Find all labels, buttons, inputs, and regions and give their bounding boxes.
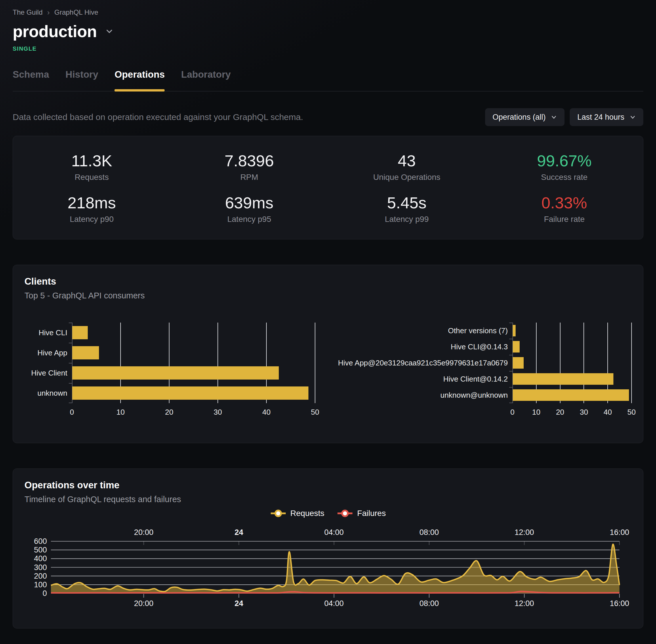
x-axis-tick-label: 40 — [262, 408, 271, 417]
stat-value: 218ms — [13, 194, 171, 212]
operations-filter-dropdown[interactable]: Operations (all) — [485, 108, 565, 126]
legend-requests[interactable]: Requests — [270, 509, 324, 518]
clients-subtitle: Top 5 - GraphQL API consumers — [24, 290, 632, 301]
timeline-legend: RequestsFailures — [24, 508, 632, 518]
stat-value: 639ms — [171, 194, 328, 212]
x-axis-tick-label: 40 — [604, 408, 612, 417]
x-axis-tick-label: 20 — [556, 408, 564, 417]
period-filter-dropdown[interactable]: Last 24 hours — [570, 108, 643, 126]
x-axis-bottom-label: 16:00 — [610, 599, 629, 608]
x-axis-tick-label: 10 — [117, 408, 125, 417]
stat-tile: 0.33%Failure rate — [486, 194, 643, 224]
tab-schema[interactable]: Schema — [13, 69, 49, 91]
axis-tick — [509, 339, 512, 339]
bar-category-label: Hive CLI@0.14.3 — [334, 339, 512, 355]
x-axis-top-label: 16:00 — [610, 528, 629, 537]
stat-tile: 5.45sLatency p99 — [328, 194, 486, 224]
tab-operations[interactable]: Operations — [115, 69, 165, 91]
bar-category-label: Hive App@20e3129caa921c35e9979631e17a067… — [334, 355, 512, 371]
bar-hive-client — [72, 366, 279, 380]
stat-tile: 11.3KRequests — [13, 152, 171, 182]
y-axis-tick-label: 600 — [34, 537, 47, 546]
stat-label: Latency p90 — [13, 215, 171, 224]
y-axis-tick-label: 400 — [34, 554, 47, 563]
bar-unknown — [72, 387, 308, 400]
x-axis-top-label: 24 — [234, 528, 243, 537]
stats-card: 11.3KRequests7.8396RPM43Unique Operation… — [13, 136, 643, 239]
tab-history[interactable]: History — [66, 69, 98, 91]
legend-label: Failures — [357, 509, 386, 518]
bar-hive-client-0-14-2 — [513, 373, 613, 385]
breadcrumb-separator-icon: › — [47, 9, 50, 16]
x-axis-tick-label: 50 — [628, 408, 636, 417]
x-axis-bottom-label: 24 — [234, 599, 243, 608]
chevron-down-icon — [630, 114, 636, 120]
x-axis-tick-label: 0 — [510, 408, 514, 417]
timeline-svg: 010020030040050060020:0020:00242404:0004… — [28, 525, 636, 615]
x-axis-bottom-label: 04:00 — [324, 599, 344, 608]
timeline-subtitle: Timeline of GraphQL requests and failure… — [24, 494, 632, 504]
clients-top5-by-name: Hive CLIHive AppHive Clientunknown — [24, 323, 315, 403]
timeline-title: Operations over time — [24, 479, 632, 491]
x-axis-labels: 01020304050 — [72, 403, 315, 416]
series-area-requests — [51, 544, 619, 593]
y-axis-tick-label: 0 — [43, 589, 47, 598]
breadcrumb-project-link[interactable]: GraphQL Hive — [54, 8, 98, 17]
operations-dashboard: The Guild › GraphQL Hive production SING… — [0, 0, 656, 644]
operations-over-time-card: Operations over time Timeline of GraphQL… — [13, 468, 643, 628]
x-axis-bottom-label: 08:00 — [420, 599, 439, 608]
axis-tick — [509, 402, 512, 403]
axis-tick — [69, 343, 72, 343]
axis-tick — [69, 323, 72, 323]
bar-other-versions-7- — [513, 325, 516, 337]
stat-value: 11.3K — [13, 152, 171, 170]
bar-category-labels: Other versions (7)Hive CLI@0.14.3Hive Ap… — [334, 323, 512, 403]
x-axis-top-label: 20:00 — [134, 528, 154, 537]
bar-category-label: unknown — [24, 383, 72, 403]
clients-by-name-chart: Hive CLIHive AppHive Clientunknown010203… — [24, 323, 315, 416]
x-axis-labels: 01020304050 — [512, 403, 632, 416]
stat-label: RPM — [171, 173, 328, 182]
stat-label: Latency p95 — [171, 215, 328, 224]
x-axis-tick-label: 30 — [214, 408, 222, 417]
target-type-badge: SINGLE — [13, 45, 643, 52]
bar-hive-app-20e3129caa921c35e9979631e17a0679 — [513, 357, 524, 369]
bar-plot-area — [72, 323, 315, 403]
x-axis-top-label: 08:00 — [420, 528, 439, 537]
operations-filter-value: Operations (all) — [493, 113, 546, 122]
legend-marker-icon — [337, 509, 353, 518]
x-axis-top-label: 12:00 — [514, 528, 534, 537]
bar-category-label: Other versions (7) — [334, 323, 512, 339]
stat-tile: 43Unique Operations — [328, 152, 486, 182]
period-filter-value: Last 24 hours — [577, 113, 624, 122]
chevron-down-icon — [551, 114, 557, 120]
gridline — [315, 323, 315, 403]
clients-title: Clients — [24, 275, 632, 288]
stat-value: 0.33% — [486, 194, 643, 212]
axis-tick — [69, 363, 72, 364]
x-axis-tick-label: 0 — [70, 408, 74, 417]
bar-hive-cli-0-14-3 — [513, 341, 520, 352]
legend-failures[interactable]: Failures — [337, 509, 386, 518]
clients-card: Clients Top 5 - GraphQL API consumers Hi… — [13, 265, 643, 443]
bar-hive-cli — [72, 326, 88, 339]
stat-label: Unique Operations — [328, 173, 486, 182]
breadcrumb-org-link[interactable]: The Guild — [13, 8, 43, 17]
clients-by-version-chart: Other versions (7)Hive CLI@0.14.3Hive Ap… — [334, 323, 632, 416]
bar-category-label: unknown@unknown — [334, 387, 512, 403]
page-title: production — [13, 21, 97, 42]
stat-label: Success rate — [486, 173, 643, 182]
axis-tick — [69, 402, 72, 403]
clients-top5-by-version: Other versions (7)Hive CLI@0.14.3Hive Ap… — [334, 323, 632, 403]
collection-description: Data collected based on operation execut… — [13, 112, 303, 122]
stat-value: 43 — [328, 152, 486, 170]
axis-tick — [509, 387, 512, 388]
x-axis-tick-label: 20 — [165, 408, 173, 417]
target-selector-chevron-icon[interactable] — [104, 26, 114, 36]
axis-tick — [509, 371, 512, 371]
x-axis-bottom-label: 12:00 — [514, 599, 534, 608]
bar-category-label: Hive CLI — [24, 323, 72, 343]
stat-label: Requests — [13, 173, 171, 182]
tab-laboratory[interactable]: Laboratory — [181, 69, 231, 91]
y-axis-tick-label: 500 — [34, 546, 47, 554]
